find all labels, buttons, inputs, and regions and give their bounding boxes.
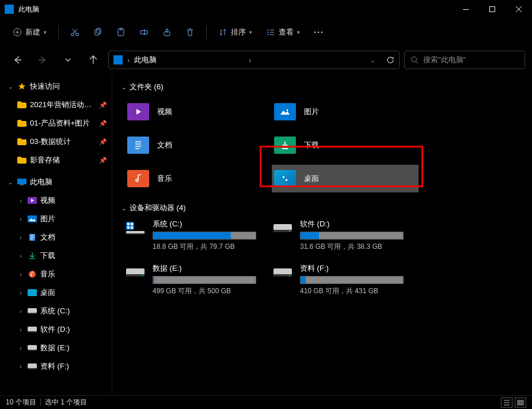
- sidebar-pinned-folder[interactable]: 影音存储 📌: [0, 151, 112, 169]
- sidebar-quick-access[interactable]: ⌄ 快速访问: [0, 77, 112, 96]
- folder-documents[interactable]: 文档: [125, 131, 272, 159]
- separator: [58, 25, 59, 39]
- address-bar[interactable]: › 此电脑 › ⌄: [108, 51, 400, 69]
- plus-circle-icon: [13, 28, 22, 37]
- folder-pictures[interactable]: 图片: [272, 98, 419, 126]
- sidebar-item-downloads[interactable]: › 下载: [0, 247, 112, 265]
- folder-icon: [17, 100, 26, 109]
- back-button[interactable]: [7, 50, 28, 70]
- sidebar-pinned-folder[interactable]: 03-数据统计 📌: [0, 132, 112, 151]
- copy-icon: [93, 28, 102, 37]
- share-icon: [162, 28, 172, 37]
- sidebar-item-label: 音乐: [40, 269, 112, 279]
- svg-rect-22: [28, 308, 37, 313]
- sidebar: ⌄ 快速访问 2021年营销活动&卖 📌 01-产品资料+图片 📌 03-数据统…: [0, 74, 112, 395]
- recent-button[interactable]: [58, 50, 78, 70]
- sidebar-item-pictures[interactable]: › 图片: [0, 210, 112, 228]
- folder-downloads[interactable]: 下载: [272, 131, 419, 159]
- delete-button[interactable]: [180, 22, 200, 43]
- drive-bar-fill: [153, 232, 231, 239]
- sidebar-this-pc[interactable]: ⌄ 此电脑: [0, 173, 112, 191]
- svg-point-3: [71, 33, 74, 36]
- view-button[interactable]: 查看 ▾: [260, 22, 306, 43]
- titlebar: 此电脑: [0, 0, 532, 18]
- svg-rect-18: [28, 215, 37, 222]
- icons-view-button[interactable]: [515, 397, 526, 408]
- folder-music[interactable]: 音乐: [125, 165, 272, 192]
- new-button[interactable]: 新建 ▾: [7, 22, 52, 43]
- sidebar-pinned-folder[interactable]: 01-产品资料+图片 📌: [0, 114, 112, 132]
- svg-point-30: [287, 109, 288, 111]
- drive-usage-bar: [300, 232, 404, 240]
- folder-label: 桌面: [304, 173, 319, 184]
- folder-desktop[interactable]: 桌面: [272, 165, 419, 192]
- svg-rect-5: [95, 29, 100, 35]
- drive-free-text: 499 GB 可用，共 500 GB: [153, 286, 269, 296]
- window-controls: [453, 0, 532, 18]
- sidebar-pinned-folder[interactable]: 2021年营销活动&卖 📌: [0, 96, 112, 114]
- up-button[interactable]: [83, 50, 104, 70]
- svg-rect-16: [20, 184, 24, 185]
- sidebar-item-music[interactable]: › 音乐: [0, 265, 112, 283]
- drive-free-text: 31.6 GB 可用，共 38.3 GB: [300, 242, 416, 252]
- rename-button[interactable]: [134, 22, 154, 43]
- copy-button[interactable]: [88, 22, 108, 43]
- forward-button[interactable]: [32, 50, 53, 70]
- close-button[interactable]: [506, 0, 532, 18]
- pin-icon: 📌: [99, 138, 107, 146]
- drives-section-header[interactable]: ⌄ 设备和驱动器 (4): [121, 203, 523, 213]
- chevron-right-icon: ›: [17, 198, 24, 204]
- sidebar-item-desktop[interactable]: › 桌面: [0, 283, 112, 302]
- drive-icon: [125, 264, 146, 281]
- chevron-down-icon: ▾: [44, 29, 47, 35]
- svg-point-11: [314, 32, 316, 33]
- sidebar-item-documents[interactable]: › 文档: [0, 228, 112, 247]
- maximize-button[interactable]: [479, 0, 506, 18]
- drive-d[interactable]: 软件 (D:) 31.6 GB 可用，共 38.3 GB: [272, 219, 416, 252]
- more-icon: [314, 28, 323, 37]
- separator: [206, 25, 207, 39]
- cut-button[interactable]: [64, 22, 85, 43]
- star-icon: [17, 82, 26, 91]
- more-button[interactable]: [308, 22, 329, 43]
- sidebar-item-label: 下载: [40, 251, 112, 261]
- refresh-button[interactable]: [386, 56, 394, 64]
- svg-rect-15: [17, 179, 26, 184]
- chevron-down-icon[interactable]: ⌄: [370, 57, 375, 63]
- svg-rect-49: [518, 400, 520, 402]
- minimize-button[interactable]: [453, 0, 479, 18]
- view-icon: [266, 28, 275, 37]
- pin-icon: 📌: [99, 101, 107, 109]
- drive-info: 软件 (D:) 31.6 GB 可用，共 38.3 GB: [300, 219, 416, 252]
- drive-f[interactable]: 资料 (F:) 410 GB 可用，共 431 GB: [272, 263, 416, 296]
- sidebar-item-label: 此电脑: [30, 177, 112, 187]
- folder-videos[interactable]: 视频: [125, 98, 272, 126]
- sidebar-item-label: 系统 (C:): [40, 306, 112, 316]
- sidebar-item-videos[interactable]: › 视频: [0, 191, 112, 210]
- drive-e[interactable]: 数据 (E:) 499 GB 可用，共 500 GB: [125, 263, 269, 296]
- pin-icon: 📌: [99, 157, 107, 164]
- folders-section-header[interactable]: ⌄ 文件夹 (6): [121, 82, 523, 92]
- sidebar-item-label: 视频: [40, 195, 112, 206]
- address-sep: ›: [127, 56, 130, 65]
- music-folder-icon: [28, 270, 37, 279]
- sidebar-item-drive-e[interactable]: › 数据 (E:): [0, 339, 112, 357]
- details-view-button[interactable]: [501, 397, 512, 408]
- paste-button[interactable]: [111, 22, 131, 43]
- drive-icon: [28, 362, 37, 371]
- drive-bar-fill: [301, 277, 306, 283]
- status-left: 10 个项目 | 选中 1 个项目: [6, 397, 87, 407]
- svg-rect-50: [521, 400, 523, 402]
- section-title: 文件夹 (6): [130, 82, 164, 92]
- sort-button[interactable]: 排序 ▾: [212, 22, 258, 43]
- svg-rect-37: [131, 226, 133, 229]
- search-input[interactable]: 搜索"此电脑": [404, 51, 525, 69]
- chevron-down-icon: ▾: [249, 29, 252, 35]
- share-button[interactable]: [157, 22, 177, 43]
- sidebar-item-drive-f[interactable]: › 资料 (F:): [0, 357, 112, 376]
- chevron-right-icon: ›: [17, 308, 24, 315]
- drive-c[interactable]: 系统 (C:) 18.8 GB 可用，共 79.7 GB: [125, 219, 269, 252]
- sidebar-item-drive-c[interactable]: › 系统 (C:): [0, 302, 112, 320]
- sidebar-item-drive-d[interactable]: › 软件 (D:): [0, 320, 112, 339]
- chevron-down-icon: ⌄: [7, 179, 14, 185]
